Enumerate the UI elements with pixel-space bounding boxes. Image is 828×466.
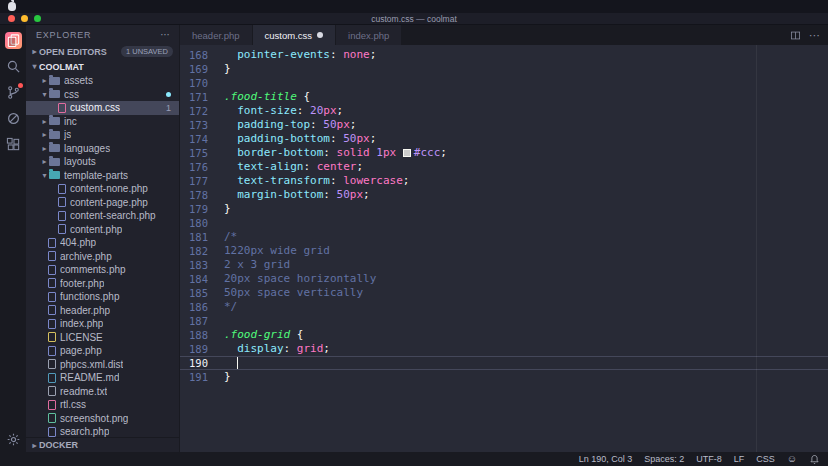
chevron-right-icon: ▸: [30, 47, 39, 56]
code-line[interactable]: 1821220px wide grid: [180, 244, 828, 258]
code-line[interactable]: 189 display: grid;: [180, 342, 828, 356]
explorer-title: EXPLORER: [36, 30, 91, 40]
file-content-none.php[interactable]: content-none.php: [26, 182, 179, 196]
folder-layouts[interactable]: ▸layouts: [26, 155, 179, 169]
file-content-search.php[interactable]: content-search.php: [26, 209, 179, 223]
file-content-page.php[interactable]: content-page.php: [26, 196, 179, 210]
code-line[interactable]: 170: [180, 76, 828, 90]
tab-custom.css[interactable]: custom.css: [253, 25, 337, 45]
code-line[interactable]: 171.food-title {: [180, 90, 828, 104]
code-line[interactable]: 18420px space horizontally: [180, 272, 828, 286]
code-text: font-size: 20px;: [224, 105, 343, 117]
status-lf[interactable]: LF: [734, 454, 745, 464]
code-line[interactable]: 181/*: [180, 230, 828, 244]
status-css[interactable]: CSS: [756, 454, 775, 464]
folder-languages[interactable]: ▸languages: [26, 142, 179, 156]
tree-item-label: template-parts: [64, 170, 128, 181]
file-icon: [48, 319, 56, 329]
debug-icon[interactable]: [5, 110, 22, 127]
file-content.php[interactable]: content.php: [26, 223, 179, 237]
file-icon: [58, 224, 66, 234]
tab-header.php[interactable]: header.php: [180, 25, 253, 45]
open-editors-section[interactable]: ▸ OPEN EDITORS 1 UNSAVED: [26, 44, 179, 59]
code-line[interactable]: 173 padding-top: 50px;: [180, 118, 828, 132]
file-functions.php[interactable]: functions.php: [26, 290, 179, 304]
code-line[interactable]: 176 text-align: center;: [180, 160, 828, 174]
file-page.php[interactable]: page.php: [26, 344, 179, 358]
file-LICENSE[interactable]: LICENSE: [26, 331, 179, 345]
split-editor-icon[interactable]: [790, 30, 801, 41]
search-icon[interactable]: [5, 58, 22, 75]
code-editor[interactable]: 168 pointer-events: none;169}170171.food…: [180, 45, 828, 452]
file-rtl.css[interactable]: rtl.css: [26, 398, 179, 412]
code-line[interactable]: 179}: [180, 202, 828, 216]
status-ln[interactable]: Ln 190, Col 3: [579, 454, 633, 464]
code-line[interactable]: 18550px space vertically: [180, 286, 828, 300]
file-index.php[interactable]: index.php: [26, 317, 179, 331]
folder-css[interactable]: ▾css: [26, 88, 179, 102]
code-line[interactable]: 177 text-transform: lowercase;: [180, 174, 828, 188]
tree-item-label: README.md: [60, 372, 119, 383]
file-screenshot.png[interactable]: screenshot.png: [26, 412, 179, 426]
folder-assets[interactable]: ▸assets: [26, 74, 179, 88]
bell-icon[interactable]: [809, 454, 820, 465]
more-actions-icon[interactable]: ⋯: [809, 29, 820, 42]
code-line[interactable]: 172 font-size: 20px;: [180, 104, 828, 118]
minimize-button[interactable]: [21, 15, 28, 22]
explorer-more-actions-icon[interactable]: ⋯: [160, 29, 171, 40]
editor-group: header.phpcustom.cssindex.php ⋯ 168 poin…: [180, 25, 828, 452]
line-number: 182: [180, 245, 224, 257]
file-archive.php[interactable]: archive.php: [26, 250, 179, 264]
tab-index.php[interactable]: index.php: [336, 25, 402, 45]
file-custom.css[interactable]: custom.css1: [26, 101, 179, 115]
file-readme.txt[interactable]: readme.txt: [26, 385, 179, 399]
smiley-icon[interactable]: ☺: [787, 454, 797, 464]
docker-section[interactable]: ▸ DOCKER: [26, 437, 179, 452]
tree-item-label: search.php: [60, 426, 109, 437]
vertical-ruler: [756, 45, 757, 452]
folder-inc[interactable]: ▸inc: [26, 115, 179, 129]
folder-icon: [49, 158, 60, 166]
status-utf-8[interactable]: UTF-8: [696, 454, 722, 464]
file-search.php[interactable]: search.php: [26, 425, 179, 437]
file-phpcs.xml.dist[interactable]: phpcs.xml.dist: [26, 358, 179, 372]
code-line[interactable]: 187: [180, 314, 828, 328]
folder-js[interactable]: ▸js: [26, 128, 179, 142]
file-comments.php[interactable]: comments.php: [26, 263, 179, 277]
code-line[interactable]: 1832 x 3 grid: [180, 258, 828, 272]
color-swatch: [403, 149, 411, 157]
code-line[interactable]: 174 padding-bottom: 50px;: [180, 132, 828, 146]
zoom-button[interactable]: [34, 15, 41, 22]
source-control-icon[interactable]: [5, 84, 22, 101]
apple-menu-icon[interactable]: [8, 2, 16, 11]
code-line[interactable]: 190: [180, 356, 828, 370]
code-line[interactable]: 178 margin-bottom: 50px;: [180, 188, 828, 202]
unsaved-dot-icon: [317, 32, 323, 38]
status-spaces[interactable]: Spaces: 2: [644, 454, 684, 464]
code-line[interactable]: 175 border-bottom: solid 1px #ccc;: [180, 146, 828, 160]
file-icon: [58, 184, 66, 194]
folder-template-parts[interactable]: ▾template-parts: [26, 169, 179, 183]
settings-icon[interactable]: [5, 431, 22, 448]
code-line[interactable]: 169}: [180, 62, 828, 76]
code-line[interactable]: 186*/: [180, 300, 828, 314]
explorer-icon[interactable]: [5, 32, 22, 49]
code-line[interactable]: 180: [180, 216, 828, 230]
line-number: 180: [180, 217, 224, 229]
file-header.php[interactable]: header.php: [26, 304, 179, 318]
tree-item-label: languages: [64, 143, 110, 154]
code-line[interactable]: 168 pointer-events: none;: [180, 48, 828, 62]
project-section-header[interactable]: ▾ COOLMAT: [26, 59, 179, 74]
file-README.md[interactable]: README.md: [26, 371, 179, 385]
code-line[interactable]: 191}: [180, 370, 828, 384]
tree-item-label: header.php: [60, 305, 110, 316]
line-number: 172: [180, 105, 224, 117]
code-line[interactable]: 188.food-grid {: [180, 328, 828, 342]
close-button[interactable]: [8, 15, 15, 22]
sidebar: EXPLORER ⋯ ▸ OPEN EDITORS 1 UNSAVED ▾ CO…: [26, 25, 180, 452]
line-number: 168: [180, 49, 224, 61]
extensions-icon[interactable]: [5, 136, 22, 153]
file-404.php[interactable]: 404.php: [26, 236, 179, 250]
file-footer.php[interactable]: footer.php: [26, 277, 179, 291]
line-number: 177: [180, 175, 224, 187]
